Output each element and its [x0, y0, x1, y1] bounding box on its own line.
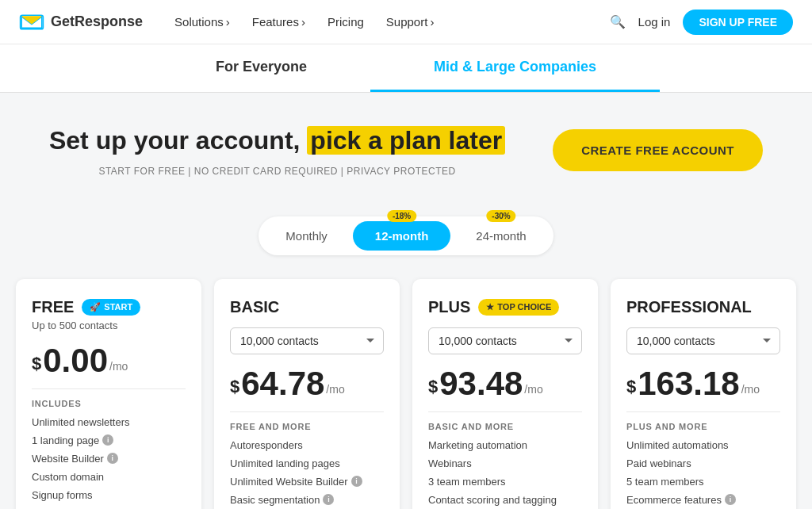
free-dollar: $	[32, 354, 41, 374]
pro-feature-2: Paid webinars	[626, 457, 780, 469]
free-mo: /mo	[109, 360, 128, 373]
plus-dollar: $	[428, 377, 438, 397]
plus-contacts-select[interactable]: 10,000 contacts 1,000 contacts 5,000 con…	[428, 327, 582, 354]
pro-price: $ 163.18 /mo	[626, 367, 780, 400]
nav-pricing[interactable]: Pricing	[327, 15, 364, 29]
create-account-button[interactable]: CREATE FREE ACCOUNT	[553, 129, 763, 171]
plus-section-label: BASIC AND MORE	[428, 422, 582, 431]
toggle-group: Monthly -18% 12-month -30% 24-month	[259, 216, 553, 255]
nav-support[interactable]: Support ›	[386, 15, 435, 29]
plan-basic: BASIC 10,000 contacts 1,000 contacts 5,0…	[214, 279, 400, 509]
basic-feature-1: Autoresponders	[230, 439, 384, 451]
plus-mo: /mo	[524, 383, 542, 396]
pro-section-label: PLUS AND MORE	[626, 422, 780, 431]
plan-name-basic: BASIC	[230, 298, 384, 316]
info-icon[interactable]: i	[351, 476, 362, 487]
plus-feature-4: Contact scoring and tagging	[428, 494, 582, 506]
nav-right: 🔍 Log in SIGN UP FREE	[610, 10, 793, 35]
hero-section: Set up your account, pick a plan later S…	[0, 93, 812, 201]
free-section-label: INCLUDES	[32, 399, 186, 408]
top-choice-badge: ★ TOP CHOICE	[478, 299, 559, 316]
free-price: $ 0.00 /mo	[32, 344, 186, 377]
info-icon[interactable]: i	[323, 494, 334, 505]
free-feature-4: Custom domain	[32, 471, 186, 483]
free-amount: 0.00	[43, 344, 108, 377]
signup-button[interactable]: SIGN UP FREE	[683, 10, 793, 35]
nav-links: Solutions › Features › Pricing Support ›	[174, 15, 610, 29]
basic-price: $ 64.78 /mo	[230, 367, 384, 400]
free-contacts-text: Up to 500 contacts	[32, 320, 186, 331]
plan-professional: PROFESSIONAL 10,000 contacts 1,000 conta…	[611, 279, 796, 509]
basic-mo: /mo	[326, 383, 344, 396]
plus-feature-3: 3 team members	[428, 476, 582, 488]
badge-12month: -18%	[387, 210, 416, 222]
pro-dollar: $	[626, 377, 636, 397]
start-badge: 🚀 START	[82, 299, 140, 316]
plan-name-free: FREE 🚀 START	[32, 298, 186, 316]
logo-text: GetResponse	[51, 13, 143, 30]
logo[interactable]: GetResponse	[19, 13, 143, 32]
cards-grid: FREE 🚀 START Up to 500 contacts $ 0.00 /…	[16, 279, 796, 509]
free-feature-3: Website Builder i	[32, 453, 186, 465]
toggle-12month[interactable]: -18% 12-month	[353, 221, 451, 251]
pro-feature-3: 5 team members	[626, 476, 780, 488]
hero-inner: Set up your account, pick a plan later S…	[0, 124, 812, 177]
nav-solutions[interactable]: Solutions ›	[174, 15, 230, 29]
headline-pre: Set up your account,	[49, 126, 300, 155]
basic-contacts-select[interactable]: 10,000 contacts 1,000 contacts 5,000 con…	[230, 327, 384, 354]
plus-feature-2: Webinars	[428, 457, 582, 469]
tab-for-everyone[interactable]: For Everyone	[152, 44, 370, 92]
navbar: GetResponse Solutions › Features › Prici…	[0, 0, 812, 44]
hero-text: Set up your account, pick a plan later S…	[49, 124, 505, 177]
pro-mo: /mo	[741, 383, 760, 396]
login-link[interactable]: Log in	[638, 15, 671, 29]
plan-name-professional: PROFESSIONAL	[626, 298, 780, 316]
plan-plus: PLUS ★ TOP CHOICE 10,000 contacts 1,000 …	[412, 279, 598, 509]
basic-feature-4: Basic segmentation i	[230, 494, 384, 506]
free-feature-2: 1 landing page i	[32, 434, 186, 446]
plus-price: $ 93.48 /mo	[428, 367, 582, 400]
pro-amount: 163.18	[638, 367, 739, 400]
plus-amount: 93.48	[439, 367, 523, 400]
plan-name-plus: PLUS ★ TOP CHOICE	[428, 298, 582, 316]
info-icon[interactable]: i	[107, 453, 118, 464]
pro-feature-1: Unlimited automations	[626, 439, 780, 451]
free-feature-1: Unlimited newsletters	[32, 416, 186, 428]
nav-features[interactable]: Features ›	[252, 15, 305, 29]
plus-feature-1: Marketing automation	[428, 439, 582, 451]
pricing-section: FREE 🚀 START Up to 500 contacts $ 0.00 /…	[0, 279, 812, 509]
toggle-monthly[interactable]: Monthly	[263, 221, 350, 251]
basic-feature-2: Unlimited landing pages	[230, 457, 384, 469]
tab-mid-large[interactable]: Mid & Large Companies	[370, 44, 660, 92]
tabs-bar: For Everyone Mid & Large Companies	[0, 44, 812, 93]
badge-24month: -30%	[486, 210, 515, 222]
plus-contacts-row: 10,000 contacts 1,000 contacts 5,000 con…	[428, 327, 582, 354]
headline-highlight: pick a plan later	[307, 126, 505, 155]
hero-subtext: START FOR FREE | NO CREDIT CARD REQUIRED…	[49, 166, 505, 177]
basic-feature-3: Unlimited Website Builder i	[230, 476, 384, 488]
basic-dollar: $	[230, 377, 239, 397]
plan-free: FREE 🚀 START Up to 500 contacts $ 0.00 /…	[16, 279, 201, 509]
pro-contacts-select[interactable]: 10,000 contacts 1,000 contacts 5,000 con…	[626, 327, 780, 354]
basic-contacts-row: 10,000 contacts 1,000 contacts 5,000 con…	[230, 327, 384, 354]
billing-toggle: Monthly -18% 12-month -30% 24-month	[0, 216, 812, 255]
info-icon[interactable]: i	[102, 434, 113, 446]
star-icon: ★	[486, 302, 494, 312]
basic-section-label: FREE AND MORE	[230, 422, 384, 431]
search-icon[interactable]: 🔍	[610, 14, 626, 29]
rocket-icon: 🚀	[90, 302, 101, 312]
hero-headline: Set up your account, pick a plan later	[49, 124, 505, 158]
pro-contacts-row: 10,000 contacts 1,000 contacts 5,000 con…	[626, 327, 780, 354]
pro-feature-4: Ecommerce features i	[626, 494, 780, 506]
free-feature-5: Signup forms	[32, 489, 186, 501]
basic-amount: 64.78	[241, 367, 324, 400]
logo-icon	[19, 13, 44, 32]
toggle-24month[interactable]: -30% 24-month	[454, 221, 548, 251]
info-icon[interactable]: i	[725, 494, 736, 505]
